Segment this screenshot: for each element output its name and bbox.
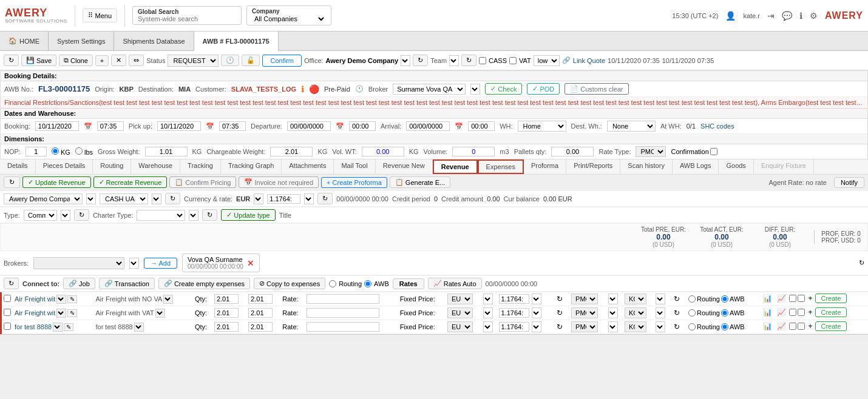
expense-currency-2[interactable]: EUR <box>446 306 481 320</box>
expense-check3-1[interactable] <box>798 295 805 302</box>
company-refresh-btn[interactable]: ↻ <box>165 193 180 204</box>
tab-routing[interactable]: Routing <box>93 159 131 174</box>
nav-awb[interactable]: AWB # FL3-00001175 <box>194 32 279 51</box>
tab-revenue-new[interactable]: Revenue New <box>376 159 433 174</box>
expense-check2-2[interactable] <box>789 309 796 316</box>
calendar-icon-4[interactable]: 📅 <box>455 122 463 130</box>
rate-arrow[interactable] <box>304 193 314 204</box>
expense-name-select-3[interactable] <box>53 323 63 332</box>
tab-awb-logs[interactable]: AWB Logs <box>673 159 719 174</box>
volume-input[interactable] <box>452 147 495 156</box>
expense-edit-btn-1[interactable]: ✎ <box>67 295 77 303</box>
company-arrow[interactable] <box>86 193 96 204</box>
expense-detail-select-2[interactable] <box>155 309 165 318</box>
rate-refresh-btn[interactable]: ↻ <box>317 193 333 204</box>
expense-trend-btn-3[interactable]: 📈 <box>775 321 788 331</box>
expense-icons-3[interactable]: 📊 📈 + Create <box>759 320 868 332</box>
expense-icons-2[interactable]: 📊 📈 + Create <box>759 306 868 318</box>
arrival-time-input[interactable] <box>468 121 495 131</box>
expense-exchange-3[interactable] <box>497 320 553 334</box>
expense-exchange-2[interactable] <box>497 306 553 320</box>
confirm-button[interactable]: Confirm <box>262 55 302 67</box>
charter-type-select[interactable] <box>137 210 185 221</box>
departure-time-input[interactable] <box>349 121 376 131</box>
expense-routing-1[interactable]: Routing AWB <box>687 292 759 306</box>
tab-attachments[interactable]: Attachments <box>282 159 334 174</box>
tab-goods[interactable]: Goods <box>719 159 753 174</box>
routing-radio[interactable] <box>329 280 336 287</box>
gross-weight-input[interactable] <box>145 147 188 156</box>
exp-routing-radio-2[interactable] <box>688 309 696 317</box>
expense-refresh-btn-2[interactable]: ↻ <box>555 308 565 318</box>
remove-broker-button[interactable]: ✕ <box>247 258 254 268</box>
expense-checkbox-1[interactable] <box>4 295 11 302</box>
expense-check3-2[interactable] <box>798 309 805 316</box>
move-button[interactable]: ⇔ <box>129 55 144 66</box>
pallets-input[interactable] <box>551 147 594 156</box>
invoice-not-required-button[interactable]: 📅 Invoice not required <box>239 176 319 188</box>
expense-plus-btn-3[interactable]: + <box>806 321 814 331</box>
expense-refresh-btn-3[interactable]: ↻ <box>555 322 565 332</box>
user-icon[interactable]: 👤 <box>725 11 736 21</box>
expense-trend-btn-1[interactable]: 📈 <box>775 293 788 303</box>
expense-detail-select-1[interactable] <box>163 295 173 304</box>
generate-e-button[interactable]: 📋 Generate E... <box>390 176 450 188</box>
nav-system-settings[interactable]: System Settings <box>49 32 114 51</box>
kg-radio-label[interactable]: KG <box>52 147 70 156</box>
team-refresh[interactable]: ↻ <box>461 55 476 66</box>
expense-pmc-1[interactable]: PMC <box>569 292 606 306</box>
expense-kg-arrow-2[interactable] <box>654 306 670 320</box>
vat-level-select[interactable]: low <box>534 55 560 66</box>
exp-routing-radio-3[interactable] <box>688 323 696 330</box>
expense-icons-1[interactable]: 📊 📈 + Create <box>759 292 868 304</box>
expense-currency-3[interactable]: EUR <box>446 320 481 334</box>
expense-kg-arrow-2[interactable] <box>656 307 665 318</box>
menu-button[interactable]: ⠿ Menu <box>83 8 118 22</box>
expense-kg-refresh-3[interactable]: ↻ <box>670 320 687 334</box>
settings-icon[interactable]: ⚙ <box>810 11 818 21</box>
clone-button[interactable]: ⧉ Clone <box>59 55 93 66</box>
global-search-box[interactable]: Global Search <box>132 6 242 25</box>
expense-checkbox-cell-1[interactable] <box>1 292 13 306</box>
expense-exchange-input-3[interactable] <box>499 322 529 332</box>
expense-currency-arrow-2[interactable] <box>481 306 498 320</box>
expense-plus-btn-2[interactable]: + <box>806 307 814 317</box>
expense-pmc-select-1[interactable]: PMC <box>571 293 598 304</box>
connect-refresh-btn[interactable]: ↻ <box>4 278 19 289</box>
expense-kg-refresh-1[interactable]: ↻ <box>670 292 687 306</box>
cash-type-arrow[interactable] <box>152 193 161 204</box>
clock-button[interactable]: 🕐 <box>221 55 239 66</box>
expense-pmc-arrow-3[interactable] <box>608 321 618 332</box>
expense-kg-refresh-1[interactable]: ↻ <box>672 294 682 304</box>
expense-routing-2[interactable]: Routing AWB <box>687 306 759 320</box>
calendar-icon-3[interactable]: 📅 <box>336 122 344 130</box>
expense-currency-1[interactable]: EUR <box>446 292 481 306</box>
expense-qty2-1[interactable] <box>246 292 280 306</box>
expense-rate-3[interactable] <box>305 320 398 334</box>
nop-input[interactable] <box>25 147 47 156</box>
info-icon[interactable]: ℹ <box>799 11 802 21</box>
expense-kg-select-3[interactable]: KG <box>625 321 646 332</box>
expense-rate-1[interactable] <box>305 292 398 306</box>
tab-proforma[interactable]: Proforma <box>524 159 566 174</box>
expense-kg-2[interactable]: KG <box>623 306 654 320</box>
expense-checkbox-cell-2[interactable] <box>1 306 13 320</box>
calendar-icon-2[interactable]: 📅 <box>206 122 214 130</box>
search-input[interactable] <box>138 15 236 22</box>
expense-qty-input-1[interactable] <box>214 294 239 304</box>
expense-chart-btn-1[interactable]: 📊 <box>761 293 774 303</box>
expense-currency-arrow-3[interactable] <box>481 320 498 334</box>
expense-kg-arrow-1[interactable] <box>654 292 670 306</box>
expense-create-btn-3[interactable]: Create <box>815 321 846 331</box>
rates-auto-button[interactable]: 📈 Rates Auto <box>428 278 482 289</box>
expense-pmc-arrow-3[interactable] <box>606 320 623 334</box>
rate-type-select[interactable]: PMC <box>636 146 666 157</box>
tab-pieces-details[interactable]: Pieces Details <box>36 159 93 174</box>
save-button[interactable]: 💾 Save <box>21 55 56 66</box>
expense-edit-btn-2[interactable]: ✎ <box>67 309 77 317</box>
tab-revenue[interactable]: Revenue <box>433 159 478 174</box>
awb-radio[interactable] <box>364 280 371 287</box>
booking-time-input[interactable] <box>97 121 124 131</box>
expense-checkbox-cell-3[interactable] <box>1 320 13 334</box>
expense-pmc-select-3[interactable]: PMC <box>571 321 598 332</box>
